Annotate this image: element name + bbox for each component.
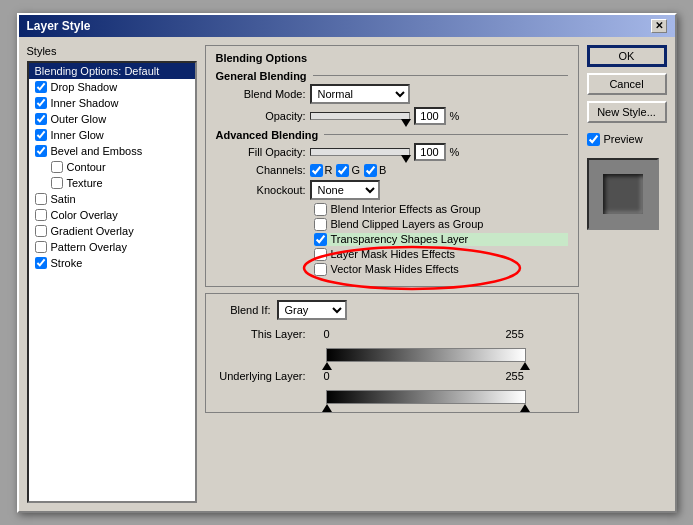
channel-g-label[interactable]: G bbox=[336, 164, 360, 177]
styles-item-checkbox[interactable] bbox=[35, 129, 47, 141]
styles-item-checkbox[interactable] bbox=[35, 225, 47, 237]
styles-item-checkbox[interactable] bbox=[51, 161, 63, 173]
channels-row: Channels: R G B bbox=[216, 164, 568, 177]
styles-list-item[interactable]: Gradient Overlay bbox=[29, 223, 195, 239]
styles-item-label: Bevel and Emboss bbox=[51, 145, 143, 157]
styles-item-checkbox[interactable] bbox=[35, 81, 47, 93]
underlying-layer-slider-container bbox=[326, 388, 568, 404]
blend-clipped-layers-label[interactable]: Blend Clipped Layers as Group bbox=[314, 218, 568, 231]
blend-clipped-layers-checkbox[interactable] bbox=[314, 218, 327, 231]
layer-mask-hides-checkbox[interactable] bbox=[314, 248, 327, 261]
new-style-button[interactable]: New Style... bbox=[587, 101, 667, 123]
transparency-shapes-checkbox[interactable] bbox=[314, 233, 327, 246]
preview-box bbox=[587, 158, 659, 230]
this-layer-slider-container bbox=[326, 346, 568, 362]
this-layer-left-thumb[interactable] bbox=[322, 362, 332, 370]
styles-list-item[interactable]: Color Overlay bbox=[29, 207, 195, 223]
styles-item-label: Satin bbox=[51, 193, 76, 205]
styles-item-label: Drop Shadow bbox=[51, 81, 118, 93]
divider2 bbox=[324, 134, 567, 135]
underlying-right-thumb[interactable] bbox=[520, 404, 530, 412]
general-blending-label: General Blending bbox=[216, 70, 307, 82]
styles-item-label: Gradient Overlay bbox=[51, 225, 134, 237]
styles-header: Styles bbox=[27, 45, 197, 57]
styles-item-label: Blending Options: Default bbox=[35, 65, 160, 77]
styles-list-item[interactable]: Drop Shadow bbox=[29, 79, 195, 95]
underlying-left-thumb[interactable] bbox=[322, 404, 332, 412]
styles-list-item[interactable]: Pattern Overlay bbox=[29, 239, 195, 255]
transparency-shapes-label[interactable]: Transparency Shapes Layer bbox=[314, 233, 568, 246]
styles-item-checkbox[interactable] bbox=[35, 97, 47, 109]
title-bar: Layer Style ✕ bbox=[19, 15, 675, 37]
this-layer-label: This Layer: bbox=[216, 328, 306, 340]
styles-item-label: Inner Shadow bbox=[51, 97, 119, 109]
blend-if-select[interactable]: Gray Red Green Blue bbox=[277, 300, 347, 320]
fill-opacity-slider[interactable] bbox=[310, 148, 410, 156]
opacity-thumb bbox=[401, 119, 411, 127]
styles-list-item[interactable]: Inner Glow bbox=[29, 127, 195, 143]
opacity-input[interactable] bbox=[414, 107, 446, 125]
styles-list-item[interactable]: Outer Glow bbox=[29, 111, 195, 127]
this-layer-max: 255 bbox=[506, 328, 524, 340]
styles-list-item[interactable]: Stroke bbox=[29, 255, 195, 271]
channel-b-label[interactable]: B bbox=[364, 164, 386, 177]
preview-checkbox[interactable] bbox=[587, 133, 600, 146]
preview-row: Preview bbox=[587, 133, 667, 146]
styles-item-checkbox[interactable] bbox=[35, 145, 47, 157]
blending-options-title: Blending Options bbox=[216, 52, 568, 64]
underlying-layer-gradient-slider[interactable] bbox=[326, 390, 526, 404]
styles-item-label: Color Overlay bbox=[51, 209, 118, 221]
fill-opacity-unit: % bbox=[450, 146, 460, 158]
blend-if-row: Blend If: Gray Red Green Blue bbox=[216, 300, 568, 320]
cancel-button[interactable]: Cancel bbox=[587, 73, 667, 95]
advanced-blending-header: Advanced Blending bbox=[216, 129, 568, 141]
button-panel: OK Cancel New Style... Preview bbox=[587, 45, 667, 503]
styles-list-item[interactable]: Inner Shadow bbox=[29, 95, 195, 111]
opacity-slider[interactable] bbox=[310, 112, 410, 120]
advanced-blending-label: Advanced Blending bbox=[216, 129, 319, 141]
this-layer-gradient-slider[interactable] bbox=[326, 348, 526, 362]
styles-list-item[interactable]: Bevel and Emboss bbox=[29, 143, 195, 159]
styles-list-item[interactable]: Satin bbox=[29, 191, 195, 207]
styles-item-checkbox[interactable] bbox=[51, 177, 63, 189]
channel-b-checkbox[interactable] bbox=[364, 164, 377, 177]
blend-interior-effects-label[interactable]: Blend Interior Effects as Group bbox=[314, 203, 568, 216]
styles-list-item[interactable]: Blending Options: Default bbox=[29, 63, 195, 79]
channel-r-label[interactable]: R bbox=[310, 164, 333, 177]
knockout-label: Knockout: bbox=[216, 184, 306, 196]
close-button[interactable]: ✕ bbox=[651, 19, 667, 33]
channels-label: Channels: bbox=[216, 164, 306, 176]
knockout-select[interactable]: None Shallow Deep bbox=[310, 180, 380, 200]
blend-if-label: Blend If: bbox=[216, 304, 271, 316]
opacity-unit: % bbox=[450, 110, 460, 122]
preview-inner bbox=[603, 174, 643, 214]
underlying-layer-label: Underlying Layer: bbox=[216, 370, 306, 382]
main-panel: Blending Options General Blending Blend … bbox=[205, 45, 579, 503]
styles-item-label: Texture bbox=[67, 177, 103, 189]
styles-item-label: Inner Glow bbox=[51, 129, 104, 141]
underlying-layer-row: Underlying Layer: 0 255 bbox=[216, 370, 568, 382]
styles-item-checkbox[interactable] bbox=[35, 113, 47, 125]
blend-interior-effects-checkbox[interactable] bbox=[314, 203, 327, 216]
styles-item-checkbox[interactable] bbox=[35, 257, 47, 269]
ok-button[interactable]: OK bbox=[587, 45, 667, 67]
styles-list-item[interactable]: Contour bbox=[29, 159, 195, 175]
opacity-label: Opacity: bbox=[216, 110, 306, 122]
this-layer-right-thumb[interactable] bbox=[520, 362, 530, 370]
styles-item-checkbox[interactable] bbox=[35, 241, 47, 253]
channel-r-checkbox[interactable] bbox=[310, 164, 323, 177]
vector-mask-hides-label[interactable]: Vector Mask Hides Effects bbox=[314, 263, 568, 276]
styles-item-checkbox[interactable] bbox=[35, 193, 47, 205]
blend-interior-effects-text: Blend Interior Effects as Group bbox=[331, 203, 481, 215]
blend-clipped-layers-text: Blend Clipped Layers as Group bbox=[331, 218, 484, 230]
styles-item-checkbox[interactable] bbox=[35, 209, 47, 221]
channel-g-checkbox[interactable] bbox=[336, 164, 349, 177]
knockout-row: Knockout: None Shallow Deep bbox=[216, 180, 568, 200]
layer-mask-hides-label[interactable]: Layer Mask Hides Effects bbox=[314, 248, 568, 261]
vector-mask-hides-checkbox[interactable] bbox=[314, 263, 327, 276]
channel-r-text: R bbox=[325, 164, 333, 176]
fill-opacity-input[interactable] bbox=[414, 143, 446, 161]
blend-if-section: Blend If: Gray Red Green Blue This Layer… bbox=[205, 293, 579, 413]
blend-mode-select[interactable]: NormalDissolveMultiplyScreenOverlaySoft … bbox=[310, 84, 410, 104]
styles-list-item[interactable]: Texture bbox=[29, 175, 195, 191]
